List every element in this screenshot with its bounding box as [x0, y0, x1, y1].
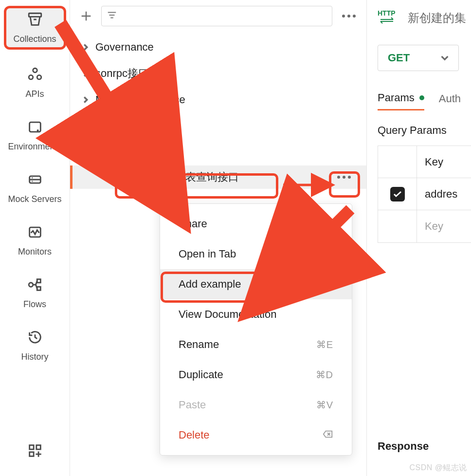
ctx-delete[interactable]: Delete — [160, 420, 352, 450]
chevron-down-icon — [441, 54, 449, 62]
collection-item-expanded[interactable]: 新创建的集合 — [70, 139, 366, 165]
svg-rect-14 — [36, 445, 40, 450]
method-label: GET — [388, 52, 410, 64]
collection-item[interactable]: sonrpc接口 — [70, 60, 366, 87]
collection-item[interactable]: Governance — [70, 34, 366, 60]
panel-more-button[interactable] — [338, 12, 360, 20]
sidebar-item-label: Flows — [23, 299, 46, 310]
chevron-right-icon — [82, 70, 90, 77]
collections-tree: Governance sonrpc接口 Mock_Governance 中继 外… — [70, 32, 366, 189]
archive-icon — [27, 11, 43, 30]
svg-rect-15 — [29, 452, 33, 457]
request-title: 新创建的集 — [408, 10, 466, 26]
sidebar-item-flows[interactable]: Flows — [4, 274, 66, 312]
ctx-view-docs[interactable]: View Documentation — [160, 299, 352, 330]
ctx-duplicate[interactable]: Duplicate⌘D — [160, 360, 352, 390]
svg-rect-4 — [29, 122, 40, 132]
svg-point-1 — [33, 68, 37, 73]
sidebar-item-monitors[interactable]: Monitors — [4, 221, 66, 260]
collection-item[interactable]: Mock_Governance — [70, 87, 366, 113]
svg-point-3 — [37, 75, 41, 79]
http-icon: HTTP — [378, 9, 399, 27]
chevron-right-icon — [82, 96, 90, 103]
svg-point-10 — [29, 283, 33, 287]
chevron-down-icon — [82, 149, 90, 156]
svg-rect-11 — [37, 279, 40, 283]
sidebar-item-label: Mock Servers — [8, 194, 61, 204]
svg-point-5 — [36, 129, 38, 131]
watermark: CSDN @鲲志说 — [409, 463, 467, 473]
sidebar-item-label: APIs — [25, 89, 44, 99]
context-menu: Share Open in Tab Add example View Docum… — [160, 203, 352, 456]
sidebar-item-environments[interactable]: Environments — [4, 116, 66, 155]
sidebar-item-label: Collections — [13, 34, 56, 44]
method-select[interactable]: GET — [378, 45, 459, 71]
sidebar-item-label: History — [21, 352, 48, 362]
request-tabs: Params Auth — [378, 92, 471, 110]
monitors-icon — [27, 224, 43, 243]
sidebar-item-history[interactable]: History — [4, 326, 66, 365]
svg-rect-0 — [29, 13, 41, 17]
svg-rect-12 — [37, 287, 40, 290]
request-name: 治理数据报表查询接口 — [132, 170, 239, 184]
sidebar-item-collections[interactable]: Collections — [4, 6, 66, 50]
sidebar-item-mock-servers[interactable]: Mock Servers — [4, 168, 66, 207]
chevron-right-icon — [82, 44, 90, 51]
table-row-empty[interactable]: Key — [378, 210, 471, 242]
sidebar-item-apis[interactable]: APIs — [4, 63, 66, 102]
mock-servers-icon — [27, 171, 43, 190]
svg-point-2 — [29, 75, 33, 79]
ctx-open-in-tab[interactable]: Open in Tab — [160, 239, 352, 269]
flows-icon — [27, 276, 43, 295]
ctx-rename[interactable]: Rename⌘E — [160, 330, 352, 360]
checkbox-checked[interactable] — [390, 187, 405, 201]
collection-label: 新创建的集合 — [95, 145, 160, 160]
request-more-button[interactable] — [333, 168, 355, 186]
response-title: Response — [378, 440, 429, 453]
sidebar-item-label: Environments — [8, 142, 61, 152]
grid-plus-icon — [27, 442, 43, 461]
header-key: Key — [417, 146, 471, 178]
tab-label: Params — [378, 92, 415, 104]
query-params-title: Query Params — [378, 124, 471, 137]
svg-point-8 — [32, 181, 33, 182]
collection-item[interactable]: 中继 外部接口 — [70, 113, 366, 139]
tab-auth[interactable]: Auth — [439, 92, 461, 110]
filter-icon — [107, 10, 117, 23]
sidebar-item-label: Monitors — [18, 247, 52, 257]
tab-params[interactable]: Params — [378, 92, 424, 110]
history-icon — [27, 329, 43, 348]
chevron-right-icon — [82, 123, 90, 129]
request-item[interactable]: GET 治理数据报表查询接口 — [70, 165, 366, 189]
collection-label: 中继 外部接口 — [95, 119, 163, 133]
svg-rect-13 — [29, 445, 33, 450]
svg-point-7 — [32, 177, 33, 178]
request-pane: HTTP 新创建的集 GET Params Auth Query Params … — [367, 0, 471, 476]
environments-icon — [27, 119, 43, 138]
filter-input[interactable] — [101, 6, 332, 26]
sidebar-item-more[interactable] — [4, 439, 66, 464]
table-row[interactable]: addres — [378, 178, 471, 210]
backspace-icon — [323, 429, 333, 441]
param-key-placeholder[interactable]: Key — [417, 210, 471, 242]
collection-label: Governance — [95, 41, 154, 54]
ctx-paste: Paste⌘V — [160, 390, 352, 420]
collection-label: Mock_Governance — [95, 93, 185, 106]
param-key[interactable]: addres — [417, 178, 471, 210]
tab-label: Auth — [439, 92, 461, 105]
left-sidebar: Collections APIs Environments Mock Serve… — [0, 0, 70, 476]
query-params-table: Key addres Key — [378, 146, 471, 243]
method-badge: GET — [107, 172, 127, 183]
collection-label: sonrpc接口 — [95, 66, 149, 81]
apis-icon — [27, 66, 43, 85]
table-header-row: Key — [378, 146, 471, 178]
svg-text:HTTP: HTTP — [378, 9, 396, 17]
ctx-add-example[interactable]: Add example — [160, 269, 352, 299]
add-button[interactable] — [77, 7, 95, 25]
ctx-share[interactable]: Share — [160, 209, 352, 239]
active-dot-icon — [419, 95, 424, 100]
